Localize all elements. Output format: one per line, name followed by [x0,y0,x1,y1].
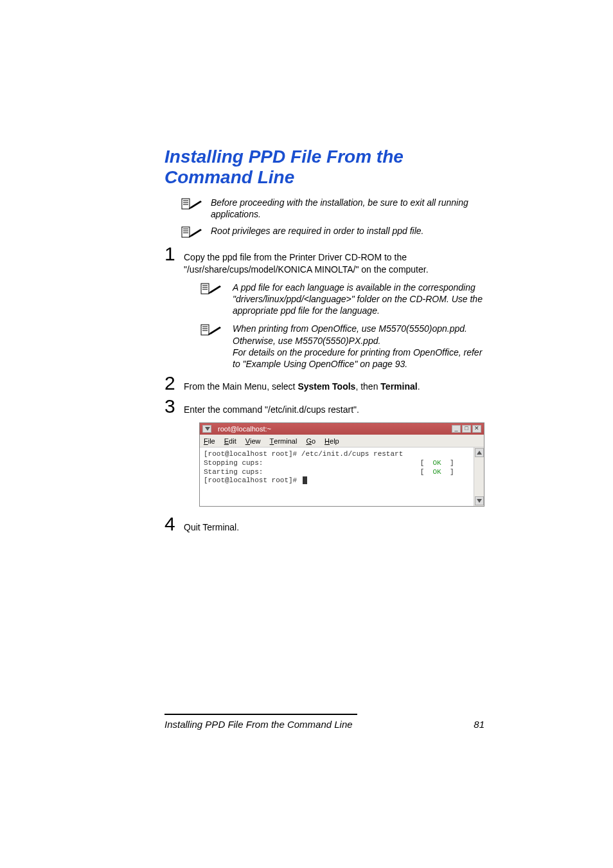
note-root-priv: Root privileges are required in order to… [180,225,484,239]
window-menu-icon [202,425,211,433]
menu-go: Go [306,437,315,445]
step-number: 2 [164,374,184,393]
terminal-menubar: File Edit View Terminal Go Help [200,435,484,448]
menu-view: View [245,437,261,445]
term-line: [root@localhost root]# /etc/init.d/cups … [204,450,403,458]
svg-rect-4 [182,227,190,237]
terminal-screenshot: root@localhost:~ _ □ ✕ File Edit View Te… [199,422,484,507]
note-exit-apps: Before proceeding with the installation,… [180,197,484,220]
footer-line: Installing PPD File From the Command Lin… [164,719,484,730]
step-1: 1 Copy the ppd file from the Printer Dri… [164,244,484,275]
document-page: Installing PPD File From the Command Lin… [0,0,613,868]
step-text: Enter the command "/etc/init.d/cups rest… [184,400,484,415]
note-icon [180,225,204,239]
menu-file: File [204,437,215,445]
scroll-up-icon [475,448,484,457]
section-heading: Installing PPD File From the Command Lin… [164,147,484,188]
note-text: Root privileges are required in order to… [211,225,484,237]
step-text: From the Main Menu, select System Tools,… [184,377,484,392]
text: , then [355,381,380,392]
scroll-down-icon [475,496,484,505]
note-text: When printing from OpenOffice, use M5570… [233,323,484,370]
note-icon [199,323,224,337]
note-text: A ppd file for each language is availabl… [233,282,484,317]
svg-rect-0 [182,199,190,209]
bold-text: Terminal [380,381,417,392]
window-title: root@localhost:~ [218,425,271,433]
terminal-body-wrap: [root@localhost root]# /etc/init.d/cups … [200,448,484,506]
menu-help: Help [324,437,339,445]
maximize-icon: □ [462,425,471,433]
text: . [418,381,420,392]
step-number: 3 [164,397,184,416]
step-3: 3 Enter the command "/etc/init.d/cups re… [164,397,484,416]
page-footer: Installing PPD File From the Command Lin… [164,714,484,730]
step-2: 2 From the Main Menu, select System Tool… [164,374,484,393]
term-line: [root@localhost root]# [204,476,307,484]
svg-rect-12 [201,325,209,335]
step-text: Copy the ppd file from the Printer Drive… [184,248,484,275]
term-line: Stopping cups: [ OK ] [204,459,454,467]
footer-title: Installing PPD File From the Command Lin… [164,719,353,730]
note-openoffice: When printing from OpenOffice, use M5570… [199,323,484,370]
titlebar-left: root@localhost:~ [202,425,271,433]
cursor-icon [303,476,307,484]
terminal-titlebar: root@localhost:~ _ □ ✕ [200,423,484,435]
svg-rect-8 [201,284,209,294]
titlebar-right: _ □ ✕ [452,425,481,433]
note-icon [199,282,224,296]
step-4: 4 Quit Terminal. [164,514,484,534]
menu-edit: Edit [224,437,236,445]
note-text: Before proceeding with the installation,… [211,197,484,220]
footer-rule [164,714,357,715]
step-text: Quit Terminal. [184,518,484,533]
terminal-body: [root@localhost root]# /etc/init.d/cups … [200,448,474,506]
note-icon [180,197,204,211]
step-number: 1 [164,244,184,264]
text: From the Main Menu, select [184,381,298,392]
menu-terminal: Terminal [270,437,298,445]
minimize-icon: _ [452,425,461,433]
terminal-scrollbar [474,448,484,506]
bold-text: System Tools [298,381,355,392]
step-number: 4 [164,514,184,534]
term-line: Starting cups: [ OK ] [204,468,454,476]
footer-page-number: 81 [474,719,484,730]
close-icon: ✕ [472,425,481,433]
note-ppd-language: A ppd file for each language is availabl… [199,282,484,317]
